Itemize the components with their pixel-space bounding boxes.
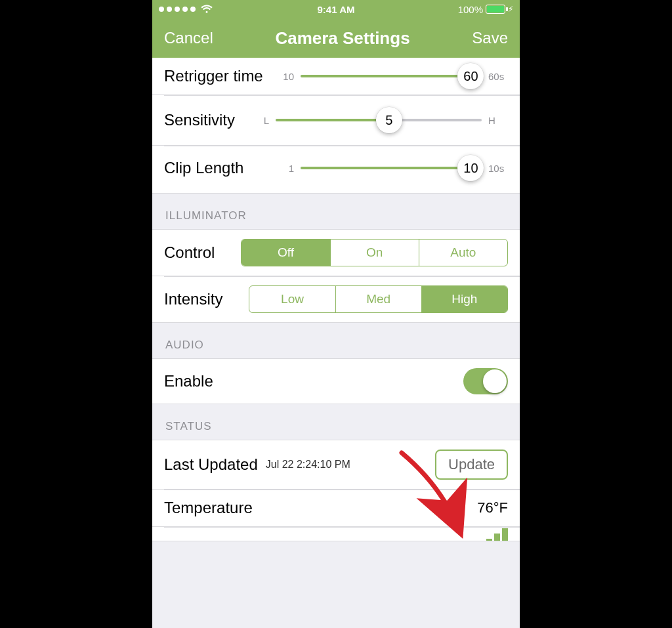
status-bar: 9:41 AM 100% ⚡︎ (152, 0, 520, 18)
temperature-row: Temperature 76°F (152, 490, 520, 527)
audio-enable-switch[interactable] (463, 368, 508, 394)
intensity-option-low[interactable]: Low (249, 286, 335, 312)
clip-min: 1 (274, 163, 294, 174)
retrigger-row: Retrigger time 10 60 60s (152, 58, 520, 95)
partial-row (152, 527, 520, 541)
wifi-icon (201, 5, 213, 14)
battery-icon (486, 5, 505, 14)
section-audio: AUDIO (152, 323, 520, 358)
retrigger-slider-thumb[interactable]: 60 (457, 63, 484, 89)
retrigger-label: Retrigger time (164, 67, 274, 85)
section-illuminator: ILLUMINATOR (152, 194, 520, 229)
signal-bars-icon (486, 528, 508, 542)
temperature-value: 76°F (477, 499, 508, 516)
intensity-label: Intensity (164, 290, 222, 308)
last-updated-label: Last Updated (164, 455, 258, 474)
clip-slider-thumb[interactable]: 10 (457, 155, 484, 181)
section-status: STATUS (152, 404, 520, 440)
page-title: Camera Settings (275, 28, 410, 49)
audio-enable-label: Enable (164, 372, 213, 390)
update-button[interactable]: Update (435, 450, 508, 480)
clip-length-row: Clip Length 1 10 10s (152, 146, 520, 194)
partial-row-label (164, 527, 169, 541)
intensity-option-med[interactable]: Med (335, 286, 421, 312)
sensitivity-row: Sensitivity L 5 H (152, 95, 520, 146)
sensitivity-label: Sensitivity (164, 111, 249, 129)
save-button[interactable]: Save (472, 29, 508, 47)
retrigger-max: 60s (488, 71, 508, 82)
retrigger-slider[interactable]: 60 (301, 75, 482, 77)
last-updated-row: Last Updated Jul 22 2:24:10 PM Update (152, 440, 520, 490)
battery-percent: 100% (458, 4, 483, 15)
audio-enable-row: Enable (152, 358, 520, 404)
control-row: Control Off On Auto (152, 229, 520, 276)
charging-icon: ⚡︎ (508, 5, 513, 14)
retrigger-min: 10 (274, 71, 294, 82)
sensitivity-slider[interactable]: 5 (276, 119, 482, 121)
last-updated-value: Jul 22 2:24:10 PM (266, 459, 350, 471)
cancel-button[interactable]: Cancel (164, 29, 213, 47)
settings-list[interactable]: Retrigger time 10 60 60s Sensitivity L (152, 58, 520, 541)
control-segmented[interactable]: Off On Auto (241, 239, 508, 266)
sensitivity-slider-thumb[interactable]: 5 (376, 107, 402, 133)
clip-max: 10s (488, 163, 508, 174)
sensitivity-min: L (249, 115, 269, 126)
sensitivity-max: H (488, 115, 508, 126)
intensity-segmented[interactable]: Low Med High (249, 285, 508, 313)
clip-length-slider[interactable]: 10 (301, 167, 482, 169)
control-label: Control (164, 243, 215, 262)
cell-signal-icon (159, 7, 196, 12)
control-option-off[interactable]: Off (242, 240, 329, 266)
control-option-auto[interactable]: Auto (419, 240, 507, 266)
intensity-option-high[interactable]: High (421, 286, 507, 312)
control-option-on[interactable]: On (330, 240, 419, 266)
intensity-row: Intensity Low Med High (152, 276, 520, 323)
phone-screen: 9:41 AM 100% ⚡︎ Cancel Camera Settings S… (152, 0, 520, 628)
nav-bar: Cancel Camera Settings Save (152, 18, 520, 58)
clip-length-label: Clip Length (164, 159, 274, 177)
temperature-label: Temperature (164, 499, 253, 517)
